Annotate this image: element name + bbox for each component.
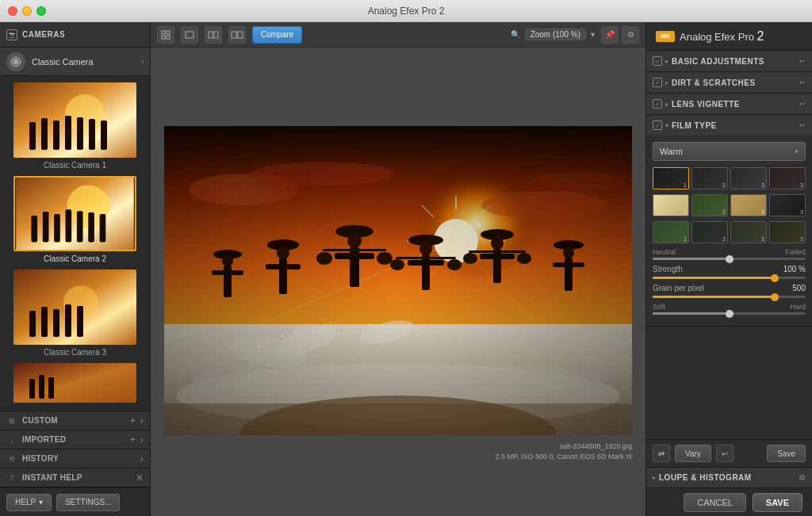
compare-button[interactable]: Compare bbox=[252, 26, 302, 44]
film-dropdown-label: Warm bbox=[660, 147, 683, 156]
film-swatches-row2: 1 2 3 3 bbox=[653, 194, 806, 216]
window-controls bbox=[8, 6, 46, 16]
undo-icon-button[interactable]: ↩ bbox=[716, 445, 733, 462]
loupe-section[interactable]: ▸ LOUPE & HISTOGRAM ⚙ bbox=[646, 467, 812, 487]
svg-rect-25 bbox=[65, 304, 71, 337]
thumbnail-item[interactable]: Classic Camera 3 bbox=[6, 269, 144, 357]
film-swatch[interactable]: 3 bbox=[769, 221, 806, 243]
lens-vignette-header[interactable]: ✓ ▸ LENS VIGNETTE ↩ bbox=[646, 94, 812, 114]
minimize-button[interactable] bbox=[22, 6, 32, 16]
swatch-num: 1 bbox=[684, 236, 687, 242]
cancel-button[interactable]: CANCEL bbox=[684, 493, 746, 512]
film-type-header[interactable]: ✓ ▾ FILM TYPE ↩ bbox=[646, 115, 812, 136]
vary-button[interactable]: Vary bbox=[675, 445, 711, 462]
help-dropdown-arrow: ▾ bbox=[39, 498, 43, 506]
svg-rect-4 bbox=[29, 122, 36, 150]
film-type-reset[interactable]: ↩ bbox=[799, 121, 806, 129]
film-swatch[interactable]: 2 bbox=[691, 167, 728, 189]
film-swatch[interactable]: 1 bbox=[653, 194, 689, 216]
thumbnail-label: Classic Camera 3 bbox=[44, 348, 106, 357]
close-button[interactable] bbox=[8, 6, 17, 16]
film-type-checkbox[interactable]: ✓ bbox=[653, 120, 662, 130]
imported-plus-icon[interactable]: + bbox=[130, 434, 136, 445]
thumbnail-item[interactable]: Classic Camera 1 bbox=[6, 82, 144, 170]
view-icon-button[interactable] bbox=[157, 26, 174, 44]
loupe-settings-icon[interactable]: ⚙ bbox=[799, 473, 806, 482]
film-swatch[interactable]: 3 bbox=[730, 167, 767, 189]
thumbnail-item[interactable]: Classic Camera 2 bbox=[6, 176, 144, 263]
strength-thumb[interactable] bbox=[771, 274, 779, 282]
film-type-dropdown[interactable]: Warm ▾ bbox=[653, 142, 806, 161]
film-type-label: FILM TYPE bbox=[672, 121, 796, 130]
thumbnail-label: Classic Camera 1 bbox=[44, 161, 106, 170]
film-swatch[interactable]: 2 bbox=[691, 194, 728, 216]
svg-rect-22 bbox=[29, 311, 36, 337]
app-version: 2 bbox=[757, 29, 764, 43]
history-panel[interactable]: ⟲ HISTORY › bbox=[0, 449, 150, 468]
history-arrow-icon[interactable]: › bbox=[140, 453, 144, 464]
imported-arrow-icon[interactable]: › bbox=[140, 434, 144, 445]
thumbnails-list: Classic Camera 1 bbox=[0, 76, 150, 411]
custom-arrow-icon[interactable]: › bbox=[140, 415, 144, 426]
thumbnail-item[interactable] bbox=[6, 363, 144, 403]
lens-vignette-checkbox[interactable]: ✓ bbox=[653, 99, 662, 109]
instant-help-panel[interactable]: ? INSTANT HELP ✕ bbox=[0, 468, 150, 487]
settings-icon-button[interactable]: ⚙ bbox=[622, 26, 639, 44]
soft-hard-track[interactable] bbox=[653, 312, 806, 315]
basic-adjustments-checkbox[interactable]: ✓ bbox=[653, 56, 662, 66]
dirt-scratches-checkbox[interactable]: ✓ bbox=[653, 78, 662, 87]
settings-button[interactable]: SETTINGS... bbox=[56, 494, 120, 511]
save-button[interactable]: SAVE bbox=[753, 493, 802, 512]
neutral-faded-track[interactable] bbox=[653, 258, 806, 260]
grain-thumb[interactable] bbox=[771, 293, 779, 301]
app-title: Analog Efex Pro 2 bbox=[680, 29, 764, 44]
film-swatch[interactable]: 1 bbox=[653, 167, 689, 189]
cameras-header: 📷 CAMERAS bbox=[0, 22, 150, 48]
grain-track[interactable] bbox=[653, 296, 806, 298]
film-swatch[interactable]: 3 bbox=[769, 194, 806, 216]
main-image-container: salt-3344508_1920.jpg 2.5 MΡ, ISO 500 0,… bbox=[164, 126, 632, 438]
thumbnail-image bbox=[13, 363, 136, 403]
basic-adjustments-header[interactable]: ✓ ▸ BASIC ADJUSTMENTS ↩ bbox=[646, 51, 812, 71]
soft-label: Soft bbox=[653, 303, 665, 311]
basic-adjustments-arrow: ▸ bbox=[665, 58, 668, 65]
film-swatch[interactable]: 3 bbox=[730, 194, 767, 216]
imported-panel[interactable]: ↓ IMPORTED + › bbox=[0, 430, 150, 449]
film-swatch[interactable]: 2 bbox=[691, 221, 728, 243]
svg-rect-35 bbox=[186, 32, 193, 38]
svg-rect-13 bbox=[31, 216, 37, 243]
lens-vignette-reset[interactable]: ↩ bbox=[799, 100, 806, 108]
film-swatch[interactable]: 1 bbox=[653, 221, 689, 243]
zoom-dropdown-arrow[interactable]: ▾ bbox=[591, 30, 595, 39]
maximize-button[interactable] bbox=[36, 6, 46, 16]
basic-adjustments-reset[interactable]: ↩ bbox=[799, 57, 806, 65]
split-view-button[interactable] bbox=[205, 26, 222, 44]
strength-track[interactable] bbox=[653, 277, 806, 279]
custom-plus-icon[interactable]: + bbox=[130, 415, 136, 426]
zoom-value[interactable]: Zoom (100 %) bbox=[525, 29, 586, 40]
svg-rect-17 bbox=[77, 211, 83, 242]
soft-hard-thumb[interactable] bbox=[726, 310, 733, 318]
film-swatch[interactable]: 3 bbox=[769, 167, 806, 189]
compare-split-button[interactable] bbox=[228, 26, 246, 44]
camera-selector[interactable]: Classic Camera › bbox=[0, 48, 150, 76]
svg-rect-28 bbox=[29, 379, 35, 399]
svg-rect-36 bbox=[209, 32, 213, 38]
neutral-faded-thumb[interactable] bbox=[726, 255, 733, 263]
faded-label: Faded bbox=[785, 248, 806, 256]
save-action-button[interactable]: Save bbox=[767, 445, 806, 462]
help-button[interactable]: HELP ▾ bbox=[6, 494, 52, 511]
shuffle-icon-button[interactable]: ⇄ bbox=[653, 445, 670, 462]
single-view-button[interactable] bbox=[181, 26, 198, 44]
cancel-label: CANCEL bbox=[697, 498, 733, 507]
svg-point-1 bbox=[13, 59, 18, 64]
instant-help-close-icon[interactable]: ✕ bbox=[136, 472, 144, 484]
dirt-scratches-reset[interactable]: ↩ bbox=[799, 78, 806, 86]
film-swatch[interactable]: 3 bbox=[730, 221, 767, 243]
film-type-section: ✓ ▾ FILM TYPE ↩ Warm ▾ 1 bbox=[646, 115, 812, 327]
lens-vignette-arrow: ▸ bbox=[665, 101, 668, 108]
dirt-scratches-header[interactable]: ✓ ▸ DIRT & SCRATCHES ↩ bbox=[646, 72, 812, 93]
custom-panel[interactable]: ⊞ CUSTOM + › bbox=[0, 411, 150, 430]
pin-button[interactable]: 📌 bbox=[601, 26, 619, 44]
window-title: Analog Efex Pro 2 bbox=[368, 6, 445, 17]
